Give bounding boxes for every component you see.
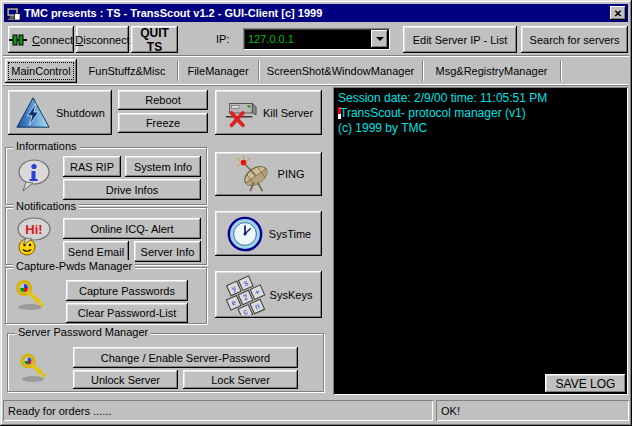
search-servers-button[interactable]: Search for servers [521,26,628,53]
reboot-button[interactable]: Reboot [118,90,208,110]
send-email-button[interactable]: Send Email [63,241,129,262]
ping-button[interactable]: PING [215,152,322,196]
status-text: Ready for orders ...... [8,405,111,417]
system-info-label: System Info [134,161,192,173]
info-balloon-icon [16,158,52,194]
notifications-group: Notifications Hi! Online ICQ- Alert Send… [5,207,207,265]
ip-input[interactable] [243,32,371,46]
kill-server-label: Kill Server [263,107,313,119]
tab-screenshot-windowmanager[interactable]: ScreenShot&WindowManager [260,59,421,83]
capture-key-icon [14,278,48,312]
capture-passwords-button[interactable]: Capture Passwords [66,280,188,301]
keyboard-keys-icon: ys e2+ cn [225,275,265,315]
tabstrip-divider [3,84,629,86]
satellite-dish-icon [233,155,273,193]
freeze-button[interactable]: Freeze [118,113,208,133]
capture-pwds-group-title: Capture-Pwds Manager [13,260,135,272]
server-key-icon [18,352,52,384]
connect-plug-icon [9,34,27,46]
close-icon: ✕ [614,8,622,19]
svg-text:Hi!: Hi! [25,222,42,237]
status-ok-text: OK! [441,405,460,417]
change-enable-password-button[interactable]: Change / Enable Server-Password [73,347,298,368]
tab-separator [560,61,561,81]
system-info-button[interactable]: System Info [125,156,201,177]
log-line: TransScout- protocol manager (v1) [338,106,623,121]
shutdown-lightning-icon [15,96,51,130]
tab-msg-registrymanager[interactable]: Msg&RegistryManager [424,59,559,83]
shutdown-button[interactable]: Shutdown [8,90,112,135]
connect-label: Connect [32,34,73,46]
tab-label: Msg&RegistryManager [436,65,548,77]
informations-group: Informations RAS RIP System Info Drive I… [5,147,207,205]
session-log[interactable]: Session date: 2/9/00 time: 11:05:51 PM T… [333,87,628,395]
ras-rip-button[interactable]: RAS RIP [63,156,121,177]
tab-separator [422,61,423,81]
informations-group-title: Informations [13,140,80,152]
lock-server-label: Lock Server [211,374,270,386]
tab-filemanager[interactable]: FileManager [179,59,257,83]
lock-server-button[interactable]: Lock Server [183,370,298,389]
toolbar-divider [3,55,629,57]
quit-button[interactable]: QUIT TS [131,26,178,53]
online-icq-alert-label: Online ICQ- Alert [90,223,173,235]
server-password-group: Server Password Manager Change / Enable … [7,333,324,392]
clear-password-list-label: Clear Password-List [78,307,176,319]
syskeys-label: SysKeys [270,289,313,301]
window-title: TMC presents : TS - TransScout v1.2 - GU… [24,7,607,19]
tab-label: FunStuffz&Misc [89,65,166,77]
save-log-button[interactable]: SAVE LOG [545,374,626,393]
ras-rip-label: RAS RIP [70,161,114,173]
clock-icon [226,215,264,253]
send-email-label: Send Email [68,246,124,258]
server-info-button[interactable]: Server Info [134,241,201,262]
kill-server-button[interactable]: Kill Server [215,90,322,135]
syskeys-button[interactable]: ys e2+ cn SysKeys [215,271,322,318]
dropdown-arrow-icon[interactable] [371,30,388,48]
online-icq-alert-button[interactable]: Online ICQ- Alert [63,218,201,239]
tab-label: MainControl [11,65,70,77]
log-line: Session date: 2/9/00 time: 11:05:51 PM [338,91,623,106]
titlebar: TMC presents : TS - TransScout v1.2 - GU… [4,4,628,22]
edit-server-list-label: Edit Server IP - List [413,34,508,46]
tab-maincontrol[interactable]: MainControl [5,59,77,83]
server-password-group-title: Server Password Manager [15,326,151,338]
hi-smiley-icon: Hi! [12,216,54,258]
edit-server-list-button[interactable]: Edit Server IP - List [403,26,517,53]
tab-separator [258,61,259,81]
statusbar-right-panel: OK! [436,400,629,421]
save-log-label: SAVE LOG [556,377,616,391]
close-button[interactable]: ✕ [610,6,626,20]
statusbar-left-panel: Ready for orders ...... [3,400,433,421]
unlock-server-button[interactable]: Unlock Server [73,370,178,389]
log-line: (c) 1999 by TMC [338,121,623,136]
ping-label: PING [278,168,305,180]
systime-button[interactable]: SysTime [215,211,322,256]
tab-separator [177,61,178,81]
disconnect-label: Disconnect [75,34,129,46]
unlock-server-label: Unlock Server [91,374,160,386]
capture-pwds-group: Capture-Pwds Manager Capture Passwords C… [5,267,207,324]
tab-label: FileManager [187,65,248,77]
app-window: TMC presents : TS - TransScout v1.2 - GU… [0,0,632,426]
capture-passwords-label: Capture Passwords [79,285,175,297]
clear-password-list-button[interactable]: Clear Password-List [66,303,188,323]
server-info-label: Server Info [141,246,195,258]
app-icon [6,6,21,21]
ip-label: IP: [216,33,229,45]
ip-combobox[interactable] [243,28,390,50]
shutdown-label: Shutdown [56,107,105,119]
change-enable-password-label: Change / Enable Server-Password [101,352,270,364]
connect-button[interactable]: Connect [8,26,74,53]
tab-funstuffz[interactable]: FunStuffz&Misc [78,59,176,83]
disconnect-button[interactable]: Disconnect [76,26,129,53]
kill-server-icon [224,96,258,130]
systime-label: SysTime [269,228,311,240]
reboot-label: Reboot [145,94,180,106]
search-servers-label: Search for servers [530,34,620,46]
drive-infos-button[interactable]: Drive Infos [63,179,201,200]
tab-label: ScreenShot&WindowManager [267,65,414,77]
drive-infos-label: Drive Infos [106,184,159,196]
notifications-group-title: Notifications [13,200,79,212]
quit-label: QUIT TS [131,26,178,54]
